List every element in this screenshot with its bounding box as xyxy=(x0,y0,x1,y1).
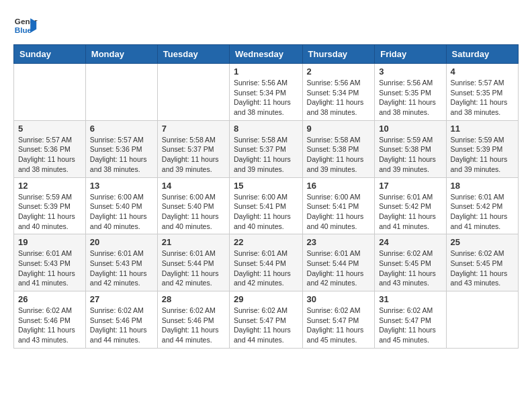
calendar-cell: 26 Sunrise: 6:02 AM Sunset: 5:46 PM Dayl… xyxy=(14,291,86,349)
daylight-text: Daylight: 11 hours and 44 minutes. xyxy=(90,326,147,344)
sunset-text: Sunset: 5:35 PM xyxy=(451,89,503,97)
sunrise-text: Sunrise: 5:58 AM xyxy=(162,136,216,144)
day-number: 28 xyxy=(162,294,225,304)
column-header-sunday: Sunday xyxy=(14,45,86,64)
day-info: Sunrise: 5:58 AM Sunset: 5:38 PM Dayligh… xyxy=(307,135,371,175)
daylight-text: Daylight: 11 hours and 45 minutes. xyxy=(379,326,436,344)
daylight-text: Daylight: 11 hours and 39 minutes. xyxy=(234,155,291,173)
day-info: Sunrise: 5:59 AM Sunset: 5:39 PM Dayligh… xyxy=(18,192,81,232)
sunrise-text: Sunrise: 6:01 AM xyxy=(90,249,144,257)
day-info: Sunrise: 6:01 AM Sunset: 5:42 PM Dayligh… xyxy=(451,192,514,232)
calendar-cell: 24 Sunrise: 6:02 AM Sunset: 5:45 PM Dayl… xyxy=(375,234,446,291)
sunrise-text: Sunrise: 5:57 AM xyxy=(18,136,72,144)
sunset-text: Sunset: 5:35 PM xyxy=(379,89,431,97)
daylight-text: Daylight: 11 hours and 38 minutes. xyxy=(379,98,436,116)
sunset-text: Sunset: 5:46 PM xyxy=(18,316,71,324)
day-info: Sunrise: 6:02 AM Sunset: 5:47 PM Dayligh… xyxy=(234,306,298,345)
daylight-text: Daylight: 11 hours and 40 minutes. xyxy=(18,212,75,230)
calendar-cell: 9 Sunrise: 5:58 AM Sunset: 5:38 PM Dayli… xyxy=(302,120,375,177)
sunrise-text: Sunrise: 6:00 AM xyxy=(162,193,216,201)
day-number: 26 xyxy=(18,294,81,304)
sunset-text: Sunset: 5:47 PM xyxy=(307,316,359,324)
day-number: 9 xyxy=(307,124,371,134)
day-info: Sunrise: 6:02 AM Sunset: 5:45 PM Dayligh… xyxy=(451,248,514,288)
sunrise-text: Sunrise: 6:02 AM xyxy=(451,249,504,257)
calendar-cell: 20 Sunrise: 6:01 AM Sunset: 5:43 PM Dayl… xyxy=(85,234,157,291)
day-number: 23 xyxy=(307,237,371,247)
day-number: 7 xyxy=(162,124,225,134)
daylight-text: Daylight: 11 hours and 39 minutes. xyxy=(162,155,219,173)
calendar-cell: 17 Sunrise: 6:01 AM Sunset: 5:42 PM Dayl… xyxy=(375,177,446,234)
day-number: 13 xyxy=(90,181,153,191)
day-info: Sunrise: 6:02 AM Sunset: 5:46 PM Dayligh… xyxy=(162,306,225,345)
calendar-cell: 29 Sunrise: 6:02 AM Sunset: 5:47 PM Dayl… xyxy=(230,291,303,349)
logo: General Blue xyxy=(13,13,38,38)
sunset-text: Sunset: 5:44 PM xyxy=(307,259,359,267)
day-info: Sunrise: 6:01 AM Sunset: 5:44 PM Dayligh… xyxy=(307,248,371,288)
calendar-cell: 19 Sunrise: 6:01 AM Sunset: 5:43 PM Dayl… xyxy=(14,234,86,291)
daylight-text: Daylight: 11 hours and 38 minutes. xyxy=(90,155,147,173)
day-number: 21 xyxy=(162,237,225,247)
daylight-text: Daylight: 11 hours and 41 minutes. xyxy=(18,269,75,287)
sunset-text: Sunset: 5:38 PM xyxy=(379,145,431,153)
daylight-text: Daylight: 11 hours and 39 minutes. xyxy=(307,155,364,173)
column-header-friday: Friday xyxy=(375,45,446,64)
sunset-text: Sunset: 5:47 PM xyxy=(234,316,286,324)
daylight-text: Daylight: 11 hours and 42 minutes. xyxy=(234,269,291,287)
sunrise-text: Sunrise: 6:02 AM xyxy=(307,306,361,314)
sunset-text: Sunset: 5:34 PM xyxy=(307,89,359,97)
daylight-text: Daylight: 11 hours and 43 minutes. xyxy=(18,326,75,344)
day-info: Sunrise: 6:01 AM Sunset: 5:43 PM Dayligh… xyxy=(18,248,81,288)
sunset-text: Sunset: 5:36 PM xyxy=(90,145,142,153)
calendar-week-row: 5 Sunrise: 5:57 AM Sunset: 5:36 PM Dayli… xyxy=(14,120,519,177)
daylight-text: Daylight: 11 hours and 42 minutes. xyxy=(307,269,364,287)
day-info: Sunrise: 6:01 AM Sunset: 5:44 PM Dayligh… xyxy=(162,248,225,288)
calendar-cell: 6 Sunrise: 5:57 AM Sunset: 5:36 PM Dayli… xyxy=(85,120,157,177)
calendar-table: SundayMondayTuesdayWednesdayThursdayFrid… xyxy=(13,44,519,349)
day-info: Sunrise: 6:00 AM Sunset: 5:40 PM Dayligh… xyxy=(162,192,225,232)
day-number: 29 xyxy=(234,294,298,304)
calendar-cell: 8 Sunrise: 5:58 AM Sunset: 5:37 PM Dayli… xyxy=(230,120,303,177)
day-number: 24 xyxy=(379,237,441,247)
day-number: 20 xyxy=(90,237,153,247)
sunrise-text: Sunrise: 5:59 AM xyxy=(18,193,72,201)
sunrise-text: Sunrise: 6:01 AM xyxy=(307,249,361,257)
calendar-week-row: 26 Sunrise: 6:02 AM Sunset: 5:46 PM Dayl… xyxy=(14,291,519,349)
day-number: 6 xyxy=(90,124,153,134)
sunrise-text: Sunrise: 5:57 AM xyxy=(451,79,504,87)
daylight-text: Daylight: 11 hours and 44 minutes. xyxy=(234,326,291,344)
sunset-text: Sunset: 5:46 PM xyxy=(90,316,142,324)
sunset-text: Sunset: 5:40 PM xyxy=(162,202,214,210)
daylight-text: Daylight: 11 hours and 43 minutes. xyxy=(451,269,508,287)
calendar-cell: 30 Sunrise: 6:02 AM Sunset: 5:47 PM Dayl… xyxy=(302,291,375,349)
day-info: Sunrise: 5:59 AM Sunset: 5:38 PM Dayligh… xyxy=(379,135,441,175)
calendar-cell: 14 Sunrise: 6:00 AM Sunset: 5:40 PM Dayl… xyxy=(157,177,229,234)
sunrise-text: Sunrise: 6:02 AM xyxy=(379,306,433,314)
calendar-week-row: 12 Sunrise: 5:59 AM Sunset: 5:39 PM Dayl… xyxy=(14,177,519,234)
day-number: 17 xyxy=(379,181,441,191)
calendar-cell: 2 Sunrise: 5:56 AM Sunset: 5:34 PM Dayli… xyxy=(302,64,375,121)
sunrise-text: Sunrise: 5:59 AM xyxy=(451,136,504,144)
day-number: 10 xyxy=(379,124,441,134)
calendar-cell: 28 Sunrise: 6:02 AM Sunset: 5:46 PM Dayl… xyxy=(157,291,229,349)
calendar-cell: 12 Sunrise: 5:59 AM Sunset: 5:39 PM Dayl… xyxy=(14,177,86,234)
day-info: Sunrise: 6:01 AM Sunset: 5:44 PM Dayligh… xyxy=(234,248,298,288)
day-number: 4 xyxy=(451,66,514,77)
daylight-text: Daylight: 11 hours and 44 minutes. xyxy=(162,326,219,344)
day-info: Sunrise: 5:57 AM Sunset: 5:36 PM Dayligh… xyxy=(18,135,81,175)
sunrise-text: Sunrise: 6:02 AM xyxy=(379,249,433,257)
day-info: Sunrise: 6:00 AM Sunset: 5:41 PM Dayligh… xyxy=(234,192,298,232)
daylight-text: Daylight: 11 hours and 38 minutes. xyxy=(307,98,364,116)
calendar-header-row: SundayMondayTuesdayWednesdayThursdayFrid… xyxy=(14,45,519,64)
sunset-text: Sunset: 5:37 PM xyxy=(162,145,214,153)
day-number: 8 xyxy=(234,124,298,134)
sunrise-text: Sunrise: 5:58 AM xyxy=(307,136,361,144)
sunset-text: Sunset: 5:40 PM xyxy=(90,202,142,210)
daylight-text: Daylight: 11 hours and 41 minutes. xyxy=(451,212,508,230)
calendar-cell: 5 Sunrise: 5:57 AM Sunset: 5:36 PM Dayli… xyxy=(14,120,86,177)
day-info: Sunrise: 6:02 AM Sunset: 5:47 PM Dayligh… xyxy=(379,306,441,345)
sunrise-text: Sunrise: 6:01 AM xyxy=(162,249,216,257)
sunset-text: Sunset: 5:43 PM xyxy=(18,259,71,267)
day-info: Sunrise: 5:57 AM Sunset: 5:35 PM Dayligh… xyxy=(451,78,514,118)
sunset-text: Sunset: 5:39 PM xyxy=(18,202,71,210)
